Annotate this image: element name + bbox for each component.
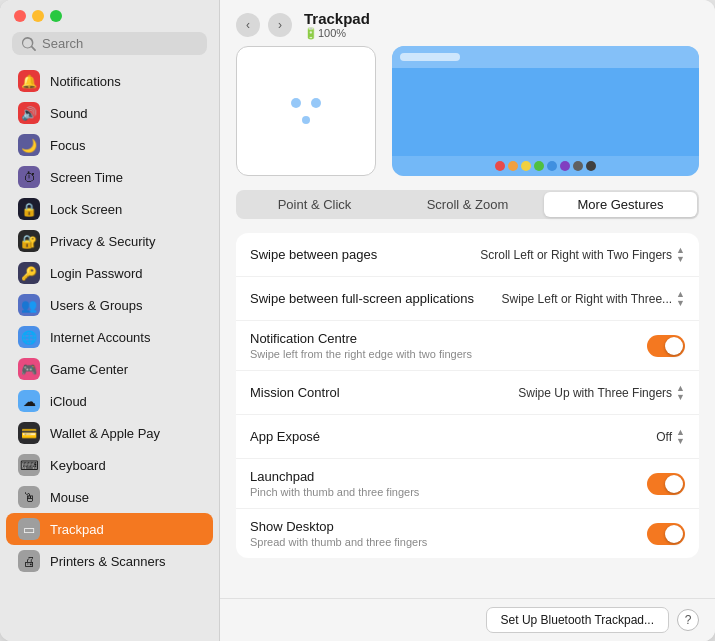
setting-label-swipe-fullscreen: Swipe between full-screen applications (250, 291, 492, 306)
mouse-icon: 🖱 (18, 486, 40, 508)
sidebar-item-label: Internet Accounts (50, 330, 150, 345)
sidebar-item-users[interactable]: 👥 Users & Groups (6, 289, 213, 321)
sidebar-item-internetaccounts[interactable]: 🌐 Internet Accounts (6, 321, 213, 353)
tabs: Point & ClickScroll & ZoomMore Gestures (236, 190, 699, 219)
sidebar-item-screentime[interactable]: ⏱ Screen Time (6, 161, 213, 193)
sidebar-item-label: Printers & Scanners (50, 554, 166, 569)
focus-icon: 🌙 (18, 134, 40, 156)
setting-control-swipe-fullscreen: Swipe Left or Right with Three... ▲▼ (502, 290, 685, 308)
setting-control-launchpad (647, 473, 685, 495)
sidebar-item-mouse[interactable]: 🖱 Mouse (6, 481, 213, 513)
sidebar-item-wallet[interactable]: 💳 Wallet & Apple Pay (6, 417, 213, 449)
sidebar-item-label: Mouse (50, 490, 89, 505)
select-value-swipe-fullscreen: Swipe Left or Right with Three... (502, 292, 673, 306)
search-container (0, 22, 219, 63)
dot (291, 98, 301, 108)
main-content: ‹ › Trackpad 🔋100% (220, 0, 715, 641)
help-button[interactable]: ? (677, 609, 699, 631)
select-swipe-pages[interactable]: Scroll Left or Right with Two Fingers ▲▼ (480, 246, 685, 264)
setting-label-group-notification-centre: Notification Centre Swipe left from the … (250, 331, 637, 360)
privacy-icon: 🔐 (18, 230, 40, 252)
search-box[interactable] (12, 32, 207, 55)
notifications-icon: 🔔 (18, 70, 40, 92)
sidebar-list: 🔔 Notifications 🔊 Sound 🌙 Focus ⏱ Screen… (0, 63, 219, 641)
users-icon: 👥 (18, 294, 40, 316)
close-button[interactable] (14, 10, 26, 22)
internetaccounts-icon: 🌐 (18, 326, 40, 348)
setting-row-launchpad: Launchpad Pinch with thumb and three fin… (236, 459, 699, 509)
setting-row-app-expose: App Exposé Off ▲▼ (236, 415, 699, 459)
battery-status: 🔋100% (304, 27, 370, 40)
chevron-updown-icon: ▲▼ (676, 290, 685, 308)
setting-row-notification-centre: Notification Centre Swipe left from the … (236, 321, 699, 371)
setting-control-app-expose: Off ▲▼ (656, 428, 685, 446)
sidebar-item-keyboard[interactable]: ⌨ Keyboard (6, 449, 213, 481)
setting-control-show-desktop (647, 523, 685, 545)
setting-label-group-app-expose: App Exposé (250, 429, 646, 444)
trackpad-preview (236, 46, 376, 176)
sidebar-item-lockscreen[interactable]: 🔒 Lock Screen (6, 193, 213, 225)
gesture-preview-topbar (392, 46, 699, 68)
icloud-icon: ☁ (18, 390, 40, 412)
settings-panel: Swipe between pages Scroll Left or Right… (236, 233, 699, 558)
sidebar-item-gamecenter[interactable]: 🎮 Game Center (6, 353, 213, 385)
toggle-launchpad[interactable] (647, 473, 685, 495)
setting-row-swipe-fullscreen: Swipe between full-screen applications S… (236, 277, 699, 321)
tab-scroll-zoom[interactable]: Scroll & Zoom (391, 192, 544, 217)
sidebar-item-icloud[interactable]: ☁ iCloud (6, 385, 213, 417)
sidebar-item-notifications[interactable]: 🔔 Notifications (6, 65, 213, 97)
sidebar-item-label: Users & Groups (50, 298, 142, 313)
search-input[interactable] (42, 36, 197, 51)
select-value-app-expose: Off (656, 430, 672, 444)
color-dot-orange (508, 161, 518, 171)
tab-more-gestures[interactable]: More Gestures (544, 192, 697, 217)
page-title-area: Trackpad 🔋100% (304, 10, 370, 40)
sidebar-item-label: Privacy & Security (50, 234, 155, 249)
setting-label-show-desktop: Show Desktop (250, 519, 637, 534)
setting-label-group-swipe-pages: Swipe between pages (250, 247, 470, 262)
color-dot-blue (547, 161, 557, 171)
sidebar-item-sound[interactable]: 🔊 Sound (6, 97, 213, 129)
sidebar-item-label: Keyboard (50, 458, 106, 473)
sidebar-item-trackpad[interactable]: ▭ Trackpad (6, 513, 213, 545)
loginpassword-icon: 🔑 (18, 262, 40, 284)
forward-button[interactable]: › (268, 13, 292, 37)
setting-control-notification-centre (647, 335, 685, 357)
preview-row (236, 46, 699, 176)
chevron-updown-icon: ▲▼ (676, 246, 685, 264)
trackpad-dots (291, 98, 321, 124)
gesture-preview (392, 46, 699, 176)
toggle-show-desktop[interactable] (647, 523, 685, 545)
sidebar-item-loginpassword[interactable]: 🔑 Login Password (6, 257, 213, 289)
select-app-expose[interactable]: Off ▲▼ (656, 428, 685, 446)
sidebar-item-privacy[interactable]: 🔐 Privacy & Security (6, 225, 213, 257)
setting-sublabel-notification-centre: Swipe left from the right edge with two … (250, 348, 637, 360)
select-swipe-fullscreen[interactable]: Swipe Left or Right with Three... ▲▼ (502, 290, 685, 308)
setting-control-mission-control: Swipe Up with Three Fingers ▲▼ (518, 384, 685, 402)
color-dot-red (495, 161, 505, 171)
tab-point-click[interactable]: Point & Click (238, 192, 391, 217)
search-icon (22, 37, 36, 51)
select-value-swipe-pages: Scroll Left or Right with Two Fingers (480, 248, 672, 262)
bluetooth-setup-button[interactable]: Set Up Bluetooth Trackpad... (486, 607, 669, 633)
setting-sublabel-show-desktop: Spread with thumb and three fingers (250, 536, 637, 548)
gesture-bar-element (400, 53, 460, 61)
toggle-notification-centre[interactable] (647, 335, 685, 357)
bottom-bar: Set Up Bluetooth Trackpad... ? (220, 598, 715, 641)
sidebar-item-label: Game Center (50, 362, 128, 377)
chevron-updown-icon: ▲▼ (676, 384, 685, 402)
setting-row-swipe-pages: Swipe between pages Scroll Left or Right… (236, 233, 699, 277)
fullscreen-button[interactable] (50, 10, 62, 22)
sidebar-item-label: Notifications (50, 74, 121, 89)
back-button[interactable]: ‹ (236, 13, 260, 37)
minimize-button[interactable] (32, 10, 44, 22)
setting-control-swipe-pages: Scroll Left or Right with Two Fingers ▲▼ (480, 246, 685, 264)
select-mission-control[interactable]: Swipe Up with Three Fingers ▲▼ (518, 384, 685, 402)
dot (311, 98, 321, 108)
sidebar-item-focus[interactable]: 🌙 Focus (6, 129, 213, 161)
toolbar: ‹ › Trackpad 🔋100% (220, 0, 715, 46)
gesture-preview-bottombar (392, 156, 699, 176)
sidebar-item-printers[interactable]: 🖨 Printers & Scanners (6, 545, 213, 577)
setting-label-swipe-pages: Swipe between pages (250, 247, 470, 262)
sound-icon: 🔊 (18, 102, 40, 124)
